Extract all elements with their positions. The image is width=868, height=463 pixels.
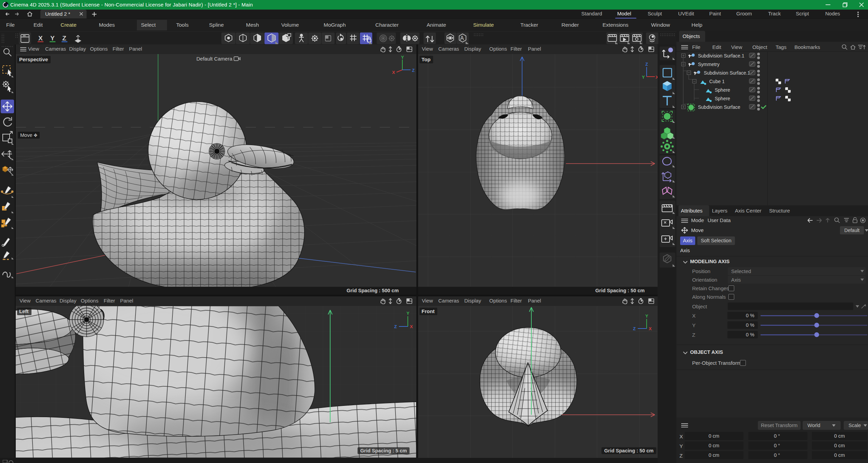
svg-text:Y: Y: [406, 311, 410, 316]
svg-text:X: X: [649, 326, 652, 331]
svg-text:Z: Z: [394, 324, 397, 329]
svg-text:Z: Z: [412, 68, 415, 73]
svg-text:X: X: [38, 35, 43, 42]
svg-text:X: X: [392, 70, 395, 75]
svg-text:A: A: [460, 35, 464, 41]
svg-text:Y: Y: [645, 313, 648, 319]
svg-text:Y: Y: [642, 75, 645, 80]
svg-text:Z: Z: [645, 62, 648, 67]
svg-text:X: X: [410, 324, 413, 329]
svg-text:Y: Y: [50, 35, 55, 42]
svg-text:Z: Z: [633, 326, 636, 331]
svg-text:Z: Z: [62, 35, 66, 42]
svg-text:Y: Y: [401, 55, 404, 60]
